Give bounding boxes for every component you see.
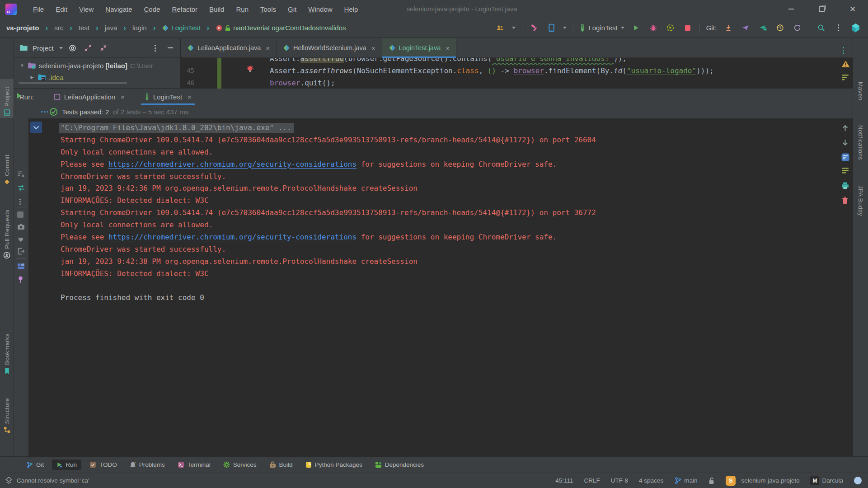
layout-settings-icon[interactable] (17, 263, 25, 270)
stripe-item-project[interactable]: Project (0, 79, 14, 118)
rollback-icon[interactable] (792, 23, 802, 33)
tree-row[interactable]: ▼selenium-java-projeto [leilao] C:\User (14, 60, 180, 71)
menu-item-help[interactable]: Help (341, 4, 362, 15)
menu-item-code[interactable]: Code (141, 4, 164, 15)
pause-output-icon[interactable] (17, 235, 24, 242)
git-push-icon[interactable] (740, 23, 751, 33)
git-update-icon[interactable] (723, 23, 734, 33)
breadcrumb-item[interactable]: test (77, 23, 91, 33)
stop-button[interactable] (682, 23, 693, 33)
console-link[interactable]: https://chromedriver.chromium.org/securi… (108, 233, 357, 241)
stripe-item-maven[interactable]: Maven (853, 82, 868, 101)
menu-item-file[interactable]: File (29, 4, 47, 15)
breadcrumb-item[interactable]: src (52, 23, 65, 33)
locate-file-icon[interactable] (67, 42, 78, 53)
tool-window-button-terminal[interactable]: Terminal (173, 460, 215, 470)
line-ending[interactable]: CRLF (584, 477, 600, 484)
editor-tab-leilaoapplication-java[interactable]: LeilaoApplication.java× (181, 38, 277, 57)
menu-item-tools[interactable]: Tools (257, 4, 280, 15)
swap-sources-icon[interactable] (17, 184, 25, 191)
pin-tab-icon[interactable] (17, 276, 24, 283)
assistant-circle-icon[interactable] (854, 477, 862, 484)
tool-window-button-git[interactable]: Git (22, 460, 48, 470)
menu-item-refactor[interactable]: Refactor (168, 4, 201, 15)
theme-widget[interactable]: M Darcula (810, 476, 843, 485)
close-tab-icon[interactable]: × (371, 44, 375, 52)
breadcrumb-item[interactable]: va-projeto (5, 23, 41, 33)
jpa-buddy-icon[interactable] (850, 23, 861, 33)
breadcrumb-item[interactable]: LoginTest (160, 23, 202, 33)
breadcrumb-item[interactable]: java (103, 23, 119, 33)
thread-dump-icon[interactable] (17, 223, 25, 230)
menu-item-view[interactable]: View (75, 4, 97, 15)
run-tab-logintest[interactable]: LoginTest× (138, 89, 198, 105)
clear-console-trash-icon[interactable] (841, 197, 849, 204)
project-widget[interactable]: S selenium-java-projeto (726, 476, 799, 486)
stripe-item-bookmarks[interactable]: Bookmarks (0, 315, 14, 376)
indent-setting[interactable]: 4 spaces (639, 477, 663, 484)
more-options-icon[interactable] (44, 111, 45, 113)
close-tab-icon[interactable]: × (121, 93, 125, 101)
local-history-icon[interactable] (774, 23, 785, 33)
inspection-details-icon[interactable] (841, 75, 849, 80)
clear-test-filter-icon[interactable] (17, 171, 25, 178)
chevron-down-icon[interactable] (512, 27, 516, 29)
lock-widget[interactable] (708, 477, 715, 484)
close-tab-icon[interactable]: × (446, 44, 450, 52)
stripe-item-commit[interactable]: Commit (0, 146, 14, 187)
collapse-all-icon[interactable] (98, 42, 109, 53)
stripe-item-structure[interactable]: Structure (0, 378, 14, 435)
menu-item-navigate[interactable]: Navigate (102, 4, 136, 15)
close-tab-icon[interactable]: × (266, 44, 270, 52)
menu-item-git[interactable]: Git (284, 4, 300, 15)
build-hammer-icon[interactable] (529, 23, 540, 33)
restore-button[interactable] (807, 0, 837, 18)
project-options-icon[interactable] (150, 42, 160, 53)
tool-window-button-python-packages[interactable]: Python Packages (301, 460, 367, 470)
run-configuration-selector[interactable]: LoginTest (580, 24, 624, 32)
print-icon[interactable] (841, 182, 849, 189)
menu-item-edit[interactable]: Edit (52, 4, 71, 15)
chevron-down-icon[interactable] (563, 27, 567, 29)
project-panel-title[interactable]: Project (33, 44, 54, 52)
chevron-down-icon[interactable] (59, 47, 63, 49)
close-button[interactable]: ✕ (837, 0, 868, 18)
breadcrumb-item[interactable]: naoDeveriaLogarComDadosInvalidos (214, 23, 347, 33)
stripe-item-jpa-buddy[interactable]: JPA Buddy (853, 186, 868, 216)
stop-disabled-icon[interactable] (17, 211, 23, 218)
kebab-menu-icon[interactable] (833, 23, 844, 33)
chevron-down-icon[interactable]: ▼ (19, 63, 26, 68)
run-button[interactable] (631, 23, 642, 33)
menu-item-window[interactable]: Window (305, 4, 336, 15)
device-selector-icon[interactable] (546, 23, 557, 33)
console-link[interactable]: https://chromedriver.chromium.org/securi… (108, 160, 357, 169)
git-branch-widget[interactable]: main (674, 477, 697, 484)
tool-window-button-dependencies[interactable]: Dependencies (371, 460, 428, 470)
soft-wrap-icon[interactable] (841, 153, 849, 161)
file-encoding[interactable]: UTF-8 (611, 477, 628, 484)
run-tab-leilaoapplication[interactable]: LeilaoApplication× (47, 89, 131, 105)
expand-all-icon[interactable] (83, 42, 94, 53)
debug-button[interactable] (648, 23, 659, 33)
chevron-right-icon[interactable]: ▶ (28, 75, 36, 80)
tool-window-button-services[interactable]: Services (219, 460, 261, 470)
scroll-to-end-icon[interactable] (841, 168, 849, 174)
search-everywhere-icon[interactable] (816, 23, 826, 33)
editor-tab-logintest-java[interactable]: LoginTest.java× (382, 38, 456, 57)
stripe-item-pull-requests[interactable]: Pull Requests (0, 188, 14, 261)
tool-window-button-run[interactable]: Run (52, 460, 81, 470)
editor-tab-options-icon[interactable] (843, 45, 844, 52)
horizontal-scrollbar[interactable] (19, 82, 127, 84)
minimize-button[interactable] (776, 0, 807, 18)
export-test-results-icon[interactable] (17, 248, 25, 255)
tool-window-button-build[interactable]: Build (265, 460, 297, 470)
scroll-up-icon[interactable] (841, 124, 849, 132)
git-commit-push-icon[interactable] (757, 23, 768, 33)
inspection-warning-icon[interactable] (841, 60, 850, 68)
inspections-widget-icon[interactable] (5, 477, 12, 484)
hide-panel-icon[interactable] (165, 42, 176, 53)
caret-position[interactable]: 45:111 (555, 477, 573, 484)
menu-item-build[interactable]: Build (206, 4, 228, 15)
run-options-kebab-icon[interactable] (19, 196, 21, 204)
fold-console-icon[interactable] (30, 122, 42, 133)
